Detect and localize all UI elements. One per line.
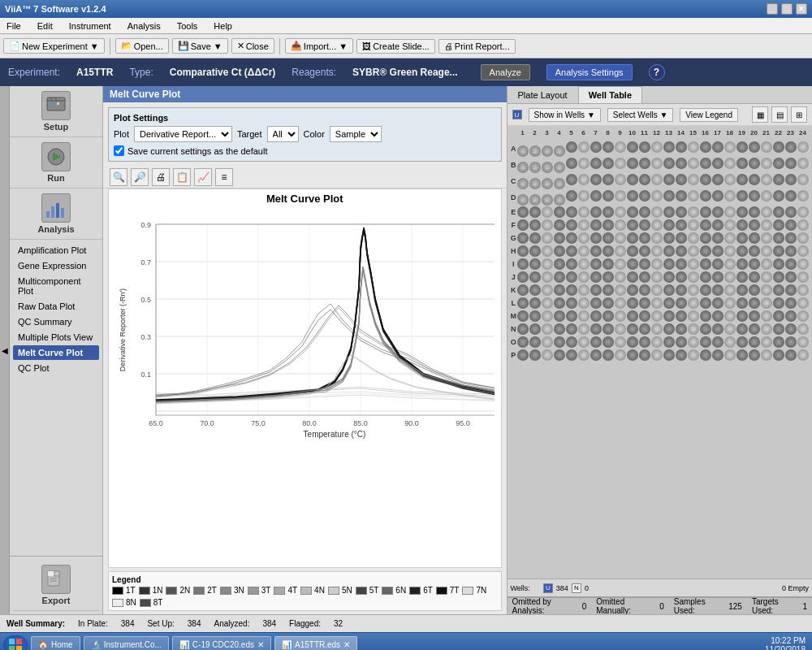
plate-well[interactable] — [638, 157, 650, 173]
plate-well[interactable] — [797, 284, 809, 297]
chart-settings-btn[interactable]: 📈 — [194, 168, 212, 186]
plate-well[interactable] — [614, 189, 626, 206]
plate-well[interactable] — [687, 349, 699, 362]
plate-well[interactable] — [590, 349, 602, 362]
plate-well[interactable] — [736, 258, 748, 271]
plate-well[interactable] — [614, 141, 626, 157]
plate-well[interactable] — [541, 245, 553, 258]
plate-well[interactable]: ... — [541, 157, 553, 173]
plate-well[interactable] — [687, 284, 699, 297]
plate-well[interactable] — [650, 310, 663, 323]
plate-well[interactable] — [723, 189, 736, 206]
plate-well[interactable] — [565, 206, 577, 219]
plate-well[interactable] — [626, 349, 638, 362]
plate-well[interactable] — [529, 336, 541, 349]
plate-well[interactable]: ... — [553, 157, 565, 173]
plate-well[interactable] — [663, 245, 675, 258]
plate-well[interactable] — [736, 245, 748, 258]
plate-well[interactable] — [711, 173, 723, 189]
plate-well[interactable] — [784, 336, 797, 349]
select-wells-btn[interactable]: Select Wells ▼ — [607, 108, 674, 122]
plate-well[interactable] — [626, 297, 638, 310]
plate-well[interactable] — [784, 157, 797, 173]
plate-well[interactable] — [650, 323, 663, 336]
plate-well[interactable] — [675, 141, 687, 157]
plate-well[interactable] — [516, 219, 529, 232]
plate-well[interactable] — [675, 219, 687, 232]
plate-well[interactable] — [736, 232, 748, 245]
taskbar-instrument[interactable]: 🔬 Instrument.Co... — [84, 636, 169, 651]
plate-well[interactable] — [541, 206, 553, 219]
plate-well[interactable] — [784, 323, 797, 336]
plate-well[interactable] — [529, 284, 541, 297]
plate-well[interactable] — [760, 232, 772, 245]
plate-well[interactable]: ... — [553, 141, 565, 157]
plate-well[interactable] — [663, 284, 675, 297]
plate-well[interactable] — [638, 189, 650, 206]
plate-well[interactable] — [711, 157, 723, 173]
plate-well[interactable] — [553, 219, 565, 232]
plate-well[interactable] — [797, 258, 809, 271]
plate-well[interactable] — [577, 323, 590, 336]
plate-well[interactable] — [723, 258, 736, 271]
plate-well[interactable] — [590, 310, 602, 323]
plate-well[interactable] — [565, 323, 577, 336]
plate-well[interactable] — [565, 297, 577, 310]
plate-well[interactable] — [675, 258, 687, 271]
plate-well[interactable] — [797, 336, 809, 349]
plate-well[interactable] — [529, 245, 541, 258]
plate-well[interactable] — [565, 336, 577, 349]
plate-well[interactable] — [784, 297, 797, 310]
plate-well[interactable] — [577, 141, 590, 157]
plate-well[interactable] — [590, 336, 602, 349]
plate-well[interactable] — [723, 173, 736, 189]
plate-well[interactable] — [626, 219, 638, 232]
plate-well[interactable]: ... — [529, 157, 541, 173]
plate-well[interactable] — [723, 141, 736, 157]
new-experiment-btn[interactable]: 📄 New Experiment ▼ — [3, 38, 105, 54]
plate-well[interactable] — [516, 206, 529, 219]
plate-well[interactable]: ... — [541, 173, 553, 189]
taskbar-c19[interactable]: 📊 C-19 CDC20.eds ✕ — [172, 636, 271, 651]
plate-well[interactable] — [614, 284, 626, 297]
plate-well[interactable] — [577, 297, 590, 310]
plate-well[interactable] — [797, 141, 809, 157]
expand-btn[interactable]: ⊞ — [791, 106, 807, 123]
plate-well[interactable] — [663, 173, 675, 189]
plate-well[interactable] — [590, 271, 602, 284]
import-btn[interactable]: 📥 Import... ▼ — [285, 38, 353, 54]
plate-well[interactable] — [784, 349, 797, 362]
plate-well[interactable] — [797, 310, 809, 323]
plate-well[interactable] — [748, 310, 760, 323]
plate-well[interactable] — [553, 206, 565, 219]
plate-well[interactable] — [772, 189, 784, 206]
plate-well[interactable] — [614, 336, 626, 349]
plate-well[interactable] — [687, 141, 699, 157]
plate-well[interactable] — [723, 336, 736, 349]
plate-well[interactable] — [699, 271, 711, 284]
plate-well[interactable] — [784, 258, 797, 271]
plate-well[interactable] — [772, 323, 784, 336]
print-chart-btn[interactable]: 🖨 — [152, 168, 170, 186]
plate-well[interactable] — [565, 173, 577, 189]
plate-well[interactable] — [699, 219, 711, 232]
plate-well[interactable] — [602, 141, 614, 157]
menu-tools[interactable]: Tools — [174, 20, 201, 32]
menu-analysis[interactable]: Analysis — [124, 20, 164, 32]
plate-well[interactable]: ... — [553, 173, 565, 189]
plate-well[interactable] — [711, 297, 723, 310]
help-btn[interactable]: ? — [649, 64, 665, 80]
plate-well[interactable] — [626, 336, 638, 349]
plate-well[interactable] — [650, 349, 663, 362]
plate-well[interactable] — [565, 189, 577, 206]
plate-well[interactable] — [529, 232, 541, 245]
plate-well[interactable] — [687, 336, 699, 349]
plate-well[interactable] — [614, 245, 626, 258]
plate-well[interactable] — [638, 349, 650, 362]
plate-well[interactable] — [699, 297, 711, 310]
plate-well[interactable] — [675, 323, 687, 336]
plate-well[interactable] — [711, 349, 723, 362]
plate-well[interactable] — [590, 323, 602, 336]
plate-well[interactable] — [663, 271, 675, 284]
plate-well[interactable] — [748, 271, 760, 284]
